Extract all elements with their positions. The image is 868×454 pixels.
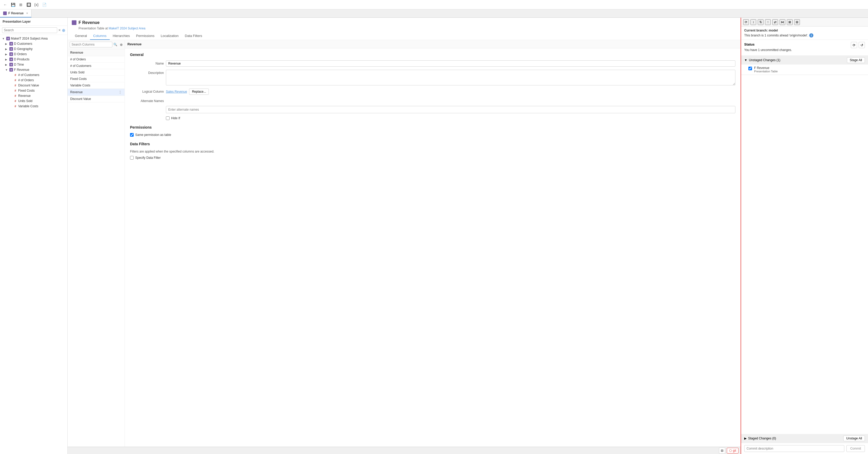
search-clear-button[interactable]: ✕ [58,28,61,32]
git-tool-merge[interactable]: ⋈ [780,19,785,25]
variable-costs-icon: # [13,104,17,108]
col-item-discount-value[interactable]: Discount Value [68,96,125,102]
tab-localization[interactable]: Localization [158,32,182,40]
tree-root[interactable]: ▼ ⊞ MakeIT 2024 Subject Area [0,36,67,41]
col-item-units-sold[interactable]: Units Sold [68,69,125,76]
sidebar-item-fixed-costs[interactable]: # Fixed Costs [0,88,67,93]
col-item-revenue[interactable]: Revenue ⋮ [68,89,125,96]
specify-filter-row: Specify Data Filter [130,156,735,160]
git-tool-up[interactable]: ↑ [765,19,771,25]
col-item-num-orders[interactable]: # of Orders [68,56,125,63]
layout-button[interactable]: ⊟ [719,448,725,454]
sidebar-item-units-sold[interactable]: # Units Sold [0,98,67,104]
git-tool-swap[interactable]: ⇄ [772,19,778,25]
unstaged-section: ▼ Unstaged Changes (1) Stage All F Reven… [741,56,868,75]
content-subtitle: Presentation Table at MakeIT 2024 Subjec… [79,27,737,30]
geography-label: D Geography [14,47,32,51]
git-toolbar: ⟳ ↕ ⇅ ↑ ⇄ ⋈ ⊠ ⊞ [741,18,868,27]
sidebar-item-geography[interactable]: ▶ ⊞ D Geography [0,46,67,52]
revenue-col-icon: # [13,94,17,97]
add-column-button[interactable]: ⊕ [118,41,124,47]
git-ahead: This branch is 1 commits ahead 'origin/m… [744,33,865,37]
git-tool-clock[interactable]: ⟳ [743,19,749,25]
tab-permissions[interactable]: Permissions [133,32,158,40]
git-spacer [741,75,868,434]
tab-close[interactable]: × [26,11,28,15]
description-input[interactable] [166,70,735,85]
back-button[interactable]: ← [2,2,8,8]
col-item-num-customers[interactable]: # of Customers [68,63,125,69]
sidebar-item-num-customers[interactable]: # # of Customers [0,73,67,78]
git-tool-updown2[interactable]: ⇅ [758,19,764,25]
widget-button[interactable]: 🔲 [26,2,32,8]
sidebar-item-revenue-col[interactable]: # Revenue [0,93,67,98]
hide-if-checkbox-row: Hide If [166,116,735,120]
sidebar-item-products[interactable]: ▶ ⊞ D Products [0,57,67,62]
git-button[interactable]: ⬡ git [727,448,739,453]
unstage-all-button[interactable]: Unstage All [843,435,865,441]
staged-label: Staged Changes (0) [748,436,776,440]
git-tool-updown1[interactable]: ↕ [750,19,756,25]
alternate-names-row: Alternate Names [130,98,735,103]
sidebar-item-customers[interactable]: ▶ ⊞ D Customers [0,41,67,46]
discount-value-label: Discount Value [18,84,39,87]
name-row: Name [130,60,735,67]
sidebar-item-revenue[interactable]: ▼ ⊞ F Revenue [0,67,67,73]
top-toolbar: ← 💾 ⊞ 🔲 {x} 📄 [0,0,868,9]
alternate-names-input[interactable] [166,106,735,113]
sidebar-item-variable-costs[interactable]: # Variable Costs [0,104,67,109]
sidebar-item-discount-value[interactable]: # Discount Value [0,83,67,88]
logical-col-label: Logical Column [130,88,164,93]
sidebar-item-time[interactable]: ▶ ⊞ D Time [0,62,67,67]
hide-if-checkbox[interactable] [166,116,169,120]
stage-all-button[interactable]: Stage All [847,57,865,63]
root-label: MakeIT 2024 Subject Area [11,37,48,40]
name-input[interactable] [166,60,735,67]
col-item-fixed-costs[interactable]: Fixed Costs [68,76,125,82]
same-permission-checkbox[interactable] [130,133,134,137]
add-button[interactable]: ⊞ [18,2,24,8]
sidebar-item-num-orders[interactable]: # # of Orders [0,78,67,83]
num-customers-label: # of Customers [18,73,39,77]
units-sold-label: Units Sold [18,99,32,103]
tab-hierarchies[interactable]: Hierarchies [110,32,133,40]
search-input[interactable] [2,27,57,33]
info-icon[interactable]: i [809,33,813,37]
tab-general[interactable]: General [72,32,90,40]
logical-col-link[interactable]: Sales Revenue [166,90,187,93]
search-add-button[interactable]: ⊕ [62,28,65,33]
staged-header[interactable]: ▶ Staged Changes (0) Unstage All [741,434,868,443]
change-checkbox[interactable] [748,67,752,70]
tab-data-filters[interactable]: Data Filters [182,32,205,40]
change-type: Presentation Table [754,70,865,73]
alternate-names-label: Alternate Names [130,98,164,103]
data-filters-title: Data Filters [130,142,735,146]
save-button[interactable]: 💾 [10,2,16,8]
commit-description-input[interactable] [744,445,844,452]
git-tool-grid[interactable]: ⊞ [794,19,800,25]
git-refresh-button[interactable]: ⟳ [851,42,857,48]
general-section: General Name Description Logical Column [130,53,735,120]
git-info: Current branch: model This branch is 1 c… [741,27,868,40]
replace-button[interactable]: Replace... [189,88,209,95]
unstaged-header[interactable]: ▼ Unstaged Changes (1) Stage All [741,56,868,64]
columns-search-input[interactable] [70,41,112,47]
subtitle-link[interactable]: MakeIT 2024 Subject Area [109,27,145,30]
logical-col-row: Logical Column Sales Revenue Replace... [130,88,735,95]
variable-button[interactable]: {x} [33,2,39,8]
permissions-section-title: Permissions [130,125,735,130]
git-reload-button[interactable]: ↺ [859,42,865,48]
git-tool-split[interactable]: ⊠ [787,19,793,25]
content-title-icon [72,20,76,25]
specify-filter-checkbox[interactable] [130,156,134,160]
tab-columns[interactable]: Columns [90,32,110,40]
tab-icon [3,11,7,15]
geography-expand-icon: ▶ [5,48,8,51]
git-panel: ⟳ ↕ ⇅ ↑ ⇄ ⋈ ⊠ ⊞ Current branch: model Th… [741,18,868,454]
col-item-variable-costs[interactable]: Variable Costs [68,82,125,89]
time-icon: ⊞ [9,63,13,66]
export-button[interactable]: 📄 [41,2,47,8]
commit-button[interactable]: Commit [846,445,865,452]
f-revenue-tab[interactable]: F Revenue × [0,9,31,18]
sidebar-item-orders[interactable]: ▶ ⊞ D Orders [0,52,67,57]
